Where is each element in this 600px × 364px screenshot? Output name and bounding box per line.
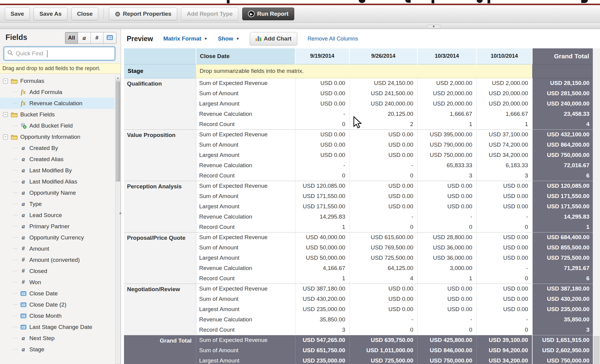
preview-title: Preview (127, 35, 153, 43)
row-grand-total-cell: USD 750,000.00 (532, 356, 593, 364)
collapse-icon[interactable]: − (3, 112, 8, 117)
sidebar-item-close-date-2[interactable]: Close Date (2) (0, 299, 115, 310)
matrix-cell: 1,666.67 (476, 109, 532, 119)
row-axis-header[interactable]: Stage (124, 64, 196, 78)
matrix-cell: USD 725,500.00 (349, 253, 417, 263)
stage-row-header-proposal-price-quote[interactable]: Proposal/Price Quote (124, 232, 196, 284)
matrix-cell: 4,166.67 (295, 263, 349, 273)
column-axis-header[interactable]: Close Date (196, 48, 295, 64)
sidebar-item-last-modified-by[interactable]: aLast Modified By (0, 165, 115, 176)
sidebar-item-close-month[interactable]: Close Month (0, 310, 115, 321)
sidebar-item-formulas[interactable]: −Formulas (0, 75, 115, 86)
sidebar-item-opportunity-currency[interactable]: aOpportunity Currency (0, 232, 115, 243)
sidebar-item-won[interactable]: #Won (0, 277, 115, 288)
matrix-cell: USD 425,800.00 (417, 335, 476, 345)
run-report-button[interactable]: ▶ Run Report (242, 8, 294, 20)
save-button[interactable]: Save (5, 8, 30, 20)
sidebar-item-add-formula[interactable]: fxAdd Formula (0, 86, 115, 98)
row-grand-total-cell: USD 171,550.00 (532, 191, 593, 201)
filter-number-button[interactable]: # (91, 32, 103, 44)
column-header-10-3-2014[interactable]: 10/3/2014 (417, 48, 476, 64)
close-button[interactable]: Close (71, 8, 99, 20)
sidebar-item-created-by[interactable]: aCreated By (0, 142, 115, 154)
measure-label: Sum of Expected Revenue (196, 78, 295, 88)
sidebar-item-closed[interactable]: #Closed (0, 265, 115, 277)
row-grand-total-cell: 6 (532, 171, 593, 181)
sidebar-item-amount-converted[interactable]: #Amount (converted) (0, 254, 115, 265)
sidebar-item-next-step[interactable]: aNext Step (0, 333, 115, 344)
sidebar-scrollbar-thumb[interactable] (116, 82, 120, 181)
sidebar-item-revenue-calculation[interactable]: fxRevenue Calculation (0, 98, 115, 109)
sidebar-item-bucket-fields[interactable]: −Bucket Fields (0, 109, 115, 120)
sidebar-item-opportunity-information[interactable]: −Opportunity Information (0, 131, 115, 142)
save-as-button[interactable]: Save As (34, 8, 67, 20)
row-grand-total-cell: USD 432,100.00 (532, 129, 593, 140)
text-field-icon: a (19, 335, 28, 342)
matrix-cell: 0 (476, 273, 532, 284)
matrix-drop-zone[interactable]: Drop summarizable fields into the matrix… (196, 64, 532, 78)
remove-all-columns-link[interactable]: Remove All Columns (308, 36, 358, 42)
sidebar-scrollbar[interactable]: ▲ (115, 75, 121, 364)
matrix-cell: USD 2,000.00 (476, 78, 532, 88)
matrix-cell: 14,295.83 (295, 212, 349, 222)
field-label: Closed (29, 268, 47, 275)
sidebar-item-last-modified-alias[interactable]: aLast Modified Alias (0, 176, 115, 187)
column-header-10-10-2014[interactable]: 10/10/2014 (476, 48, 532, 64)
stage-row-header-qualification[interactable]: Qualification (124, 78, 196, 129)
collapse-icon[interactable]: − (3, 135, 8, 139)
matrix-cell: USD 36,000.00 (417, 253, 476, 263)
column-header-9-26-2014[interactable]: 9/26/2014 (349, 48, 417, 64)
stage-row-header-negotiation-review[interactable]: Negotiation/Review (124, 284, 196, 335)
sidebar-item-stage[interactable]: aStage (0, 344, 115, 355)
matrix-cell: 3 (417, 171, 476, 181)
matrix-cell: 0 (295, 119, 349, 129)
sidebar-item-close-date[interactable]: Close Date (0, 288, 115, 299)
filter-all-button[interactable]: All (65, 32, 78, 44)
matrix-cell: USD 846,000.00 (417, 345, 476, 356)
tree-connector (13, 249, 18, 249)
sidebar-item-last-stage-change-date[interactable]: Last Stage Change Date (0, 321, 115, 333)
preview-scrollbar[interactable] (593, 48, 600, 364)
matrix-cell: 65,833.33 (417, 160, 476, 171)
splitter-collapse-handle[interactable]: ▼ (427, 24, 440, 28)
filter-date-button[interactable] (103, 32, 116, 44)
calendar-icon (107, 34, 113, 41)
measure-label: Sum of Expected Revenue (196, 232, 295, 242)
matrix-cell: USD 34,200.00 (476, 356, 532, 364)
matrix-cell: USD 0.00 (476, 201, 532, 212)
preview-scrollbar-thumb[interactable] (594, 336, 599, 364)
matrix-cell: USD 0.00 (417, 201, 476, 212)
matrix-cell: USD 387,180.00 (295, 284, 349, 294)
row-grand-total-cell: USD 725,500.00 (532, 253, 593, 263)
sidebar-item-created-alias[interactable]: aCreated Alias (0, 154, 115, 165)
column-header-9-19-2014[interactable]: 9/19/2014 (295, 48, 349, 64)
stage-row-header-value-proposition[interactable]: Value Proposition (124, 129, 196, 181)
add-chart-button[interactable]: Add Chart (250, 32, 297, 45)
fields-tree: −FormulasfxAdd FormulafxRevenue Calculat… (0, 75, 115, 355)
quick-find-input[interactable] (16, 50, 112, 57)
filter-text-button[interactable]: a (78, 32, 91, 44)
field-label: Type (29, 201, 42, 207)
matrix-cell: USD 0.00 (295, 88, 349, 99)
matrix-cell: USD 2,000.00 (417, 78, 476, 88)
row-grand-total-cell: 3 (532, 325, 593, 335)
sidebar-item-add-bucket-field[interactable]: Add Bucket Field (0, 120, 115, 131)
measure-label: Largest Amount (196, 150, 295, 160)
search-icon (7, 50, 13, 57)
format-menu[interactable]: Matrix Format▼ (163, 35, 208, 42)
matrix-cell: USD 0.00 (417, 304, 476, 314)
show-menu[interactable]: Show▼ (218, 35, 240, 42)
sidebar-item-amount[interactable]: #Amount (0, 243, 115, 254)
sidebar-item-primary-partner[interactable]: aPrimary Partner (0, 221, 115, 232)
sidebar-item-opportunity-name[interactable]: aOpportunity Name (0, 187, 115, 198)
stage-row-header-perception-analysis[interactable]: Perception Analysis (124, 181, 196, 232)
sidebar-item-type[interactable]: aType (0, 198, 115, 210)
stage-row-header-grand-total[interactable]: Grand Total (124, 335, 196, 364)
collapse-icon[interactable]: − (3, 79, 8, 83)
scroll-up-icon[interactable]: ▲ (116, 75, 120, 81)
matrix-cell: - (417, 314, 476, 325)
report-properties-button[interactable]: ⚙ Report Properties (109, 8, 177, 20)
panel-splitter[interactable]: ▼ (0, 23, 600, 29)
row-grand-total-cell: 72,016.67 (532, 160, 593, 171)
sidebar-item-lead-source[interactable]: aLead Source (0, 210, 115, 221)
